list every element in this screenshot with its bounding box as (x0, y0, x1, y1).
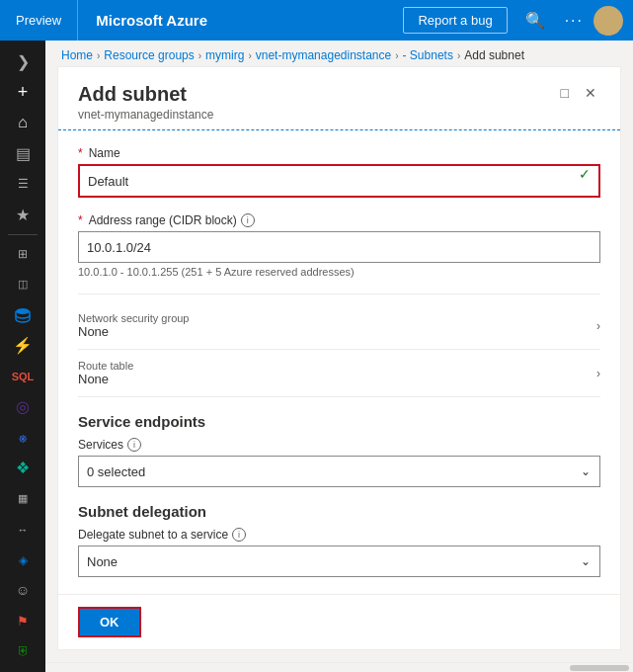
sidebar-network[interactable]: ↔ (3, 515, 42, 544)
sidebar-flag[interactable]: ⚑ (3, 607, 42, 635)
route-table-chevron-icon: › (596, 367, 600, 380)
delegate-select[interactable]: None (78, 546, 600, 577)
scrollbar-thumb (570, 665, 629, 671)
panel-subtitle: vnet-mymanagedinstance (78, 108, 213, 122)
sidebar-home[interactable]: ⌂ (3, 109, 42, 137)
delegate-label-text: Delegate subnet to a service (78, 528, 228, 542)
nsg-label: Network security group (78, 312, 190, 324)
delegate-info-icon[interactable]: i (232, 528, 246, 542)
main-layout: ❯ + ⌂ ▤ ☰ ★ ⊞ ◫ ⚡ SQL ◎ ⎈ ❖ ▦ ↔ ◈ ☺ ⚑ ⛨ … (0, 41, 633, 672)
avatar[interactable] (593, 6, 623, 36)
panel-title: Add subnet (78, 83, 213, 106)
add-subnet-panel: Add subnet vnet-mymanagedinstance □ ✕ * … (57, 66, 621, 650)
sidebar-extensions[interactable]: ❖ (3, 454, 42, 482)
breadcrumb-sep-2: › (198, 50, 201, 61)
address-range-label-text: Address range (CIDR block) (89, 213, 237, 227)
nsg-chevron-icon: › (596, 319, 600, 333)
breadcrumb-resource-groups[interactable]: Resource groups (104, 48, 194, 62)
panel-title-group: Add subnet vnet-mymanagedinstance (78, 83, 213, 122)
app-title: Microsoft Azure (78, 12, 403, 29)
sidebar: ❯ + ⌂ ▤ ☰ ★ ⊞ ◫ ⚡ SQL ◎ ⎈ ❖ ▦ ↔ ◈ ☺ ⚑ ⛨ (0, 41, 45, 672)
ok-button[interactable]: OK (78, 607, 141, 637)
nsg-value: None (78, 324, 190, 339)
sidebar-favorites[interactable]: ★ (3, 201, 42, 229)
sidebar-cosmos-db[interactable]: ◎ (3, 392, 42, 421)
services-label: Services i (78, 438, 600, 452)
sidebar-divider (8, 234, 38, 235)
sidebar-virtual-machines[interactable]: ◫ (3, 270, 42, 298)
search-icon[interactable]: 🔍 (515, 11, 555, 30)
breadcrumb-mymirg[interactable]: mymirg (205, 48, 244, 62)
svg-point-1 (596, 27, 620, 36)
breadcrumb-sep-5: › (457, 50, 460, 61)
sidebar-all-services[interactable]: ☰ (3, 170, 42, 199)
breadcrumb: Home › Resource groups › mymirg › vnet-m… (45, 41, 633, 66)
subnet-delegation-header: Subnet delegation (78, 503, 600, 520)
sidebar-sql-databases[interactable] (3, 300, 42, 329)
name-label: * Name (78, 146, 600, 160)
topbar: Preview Microsoft Azure Report a bug 🔍 ·… (0, 0, 633, 41)
bottom-scrollbar[interactable] (45, 662, 633, 672)
panel-footer: OK (58, 594, 620, 649)
svg-point-2 (16, 308, 30, 314)
content-area: Home › Resource groups › mymirg › vnet-m… (45, 41, 633, 672)
breadcrumb-current: Add subnet (464, 48, 524, 62)
breadcrumb-sep-3: › (248, 50, 251, 61)
delegate-select-wrapper: None ⌄ (78, 546, 600, 577)
breadcrumb-subnets[interactable]: - Subnets (403, 48, 453, 62)
close-button[interactable]: ✕ (581, 83, 600, 103)
name-input[interactable] (80, 166, 598, 196)
sidebar-kubernetes[interactable]: ⎈ (3, 423, 42, 452)
sidebar-storage[interactable]: ▦ (3, 484, 42, 513)
sidebar-create[interactable]: + (3, 78, 42, 107)
panel-header: Add subnet vnet-mymanagedinstance □ ✕ (58, 67, 620, 130)
address-range-label: * Address range (CIDR block) i (78, 213, 600, 227)
address-range-input[interactable] (78, 231, 600, 263)
name-required-marker: * (78, 146, 83, 160)
delegate-label: Delegate subnet to a service i (78, 528, 600, 542)
name-checkmark-icon: ✓ (579, 166, 591, 182)
panel-body: * Name ✓ * Address range (CIDR block) i (58, 130, 620, 594)
sidebar-security[interactable]: ⛨ (3, 636, 42, 665)
preview-tab[interactable]: Preview (0, 0, 78, 41)
delegate-field-group: Delegate subnet to a service i None ⌄ (78, 528, 600, 577)
restore-button[interactable]: □ (557, 83, 573, 103)
svg-point-0 (601, 10, 615, 24)
sidebar-user[interactable]: ☺ (3, 576, 42, 605)
address-range-hint: 10.0.1.0 - 10.0.1.255 (251 + 5 Azure res… (78, 266, 600, 278)
services-field-group: Services i 0 selected ⌄ (78, 438, 600, 487)
services-info-icon[interactable]: i (127, 438, 141, 452)
breadcrumb-sep-1: › (97, 50, 100, 61)
name-field-group: * Name ✓ (78, 146, 600, 198)
services-select-wrapper: 0 selected ⌄ (78, 456, 600, 487)
breadcrumb-vnet[interactable]: vnet-mymanagedinstance (256, 48, 391, 62)
sidebar-function-apps[interactable]: ⚡ (3, 331, 42, 360)
report-bug-button[interactable]: Report a bug (403, 7, 507, 34)
sidebar-collapse[interactable]: ❯ (3, 47, 42, 76)
service-endpoints-header: Service endpoints (78, 413, 600, 430)
address-range-field-group: * Address range (CIDR block) i 10.0.1.0 … (78, 213, 600, 278)
address-required-marker: * (78, 213, 83, 227)
route-table-row-content: Route table None (78, 360, 133, 386)
nsg-row-content: Network security group None (78, 312, 190, 339)
divider-1 (78, 294, 600, 294)
network-security-group-row[interactable]: Network security group None › (78, 302, 600, 350)
name-input-wrapper: ✓ (78, 164, 600, 198)
breadcrumb-home[interactable]: Home (61, 48, 93, 62)
breadcrumb-sep-4: › (395, 50, 398, 61)
address-range-info-icon[interactable]: i (241, 213, 255, 227)
route-table-label: Route table (78, 360, 133, 372)
sidebar-item-diamond[interactable]: ◈ (3, 546, 42, 574)
sidebar-sql[interactable]: SQL (3, 362, 42, 390)
name-label-text: Name (89, 146, 120, 160)
more-options-icon[interactable]: ··· (555, 12, 593, 30)
sidebar-dashboard[interactable]: ▤ (3, 139, 42, 168)
services-label-text: Services (78, 438, 123, 452)
panel-header-actions: □ ✕ (557, 83, 600, 103)
route-table-row[interactable]: Route table None › (78, 350, 600, 397)
route-table-value: None (78, 372, 133, 386)
services-select[interactable]: 0 selected (78, 456, 600, 487)
sidebar-resource-groups[interactable]: ⊞ (3, 240, 42, 269)
